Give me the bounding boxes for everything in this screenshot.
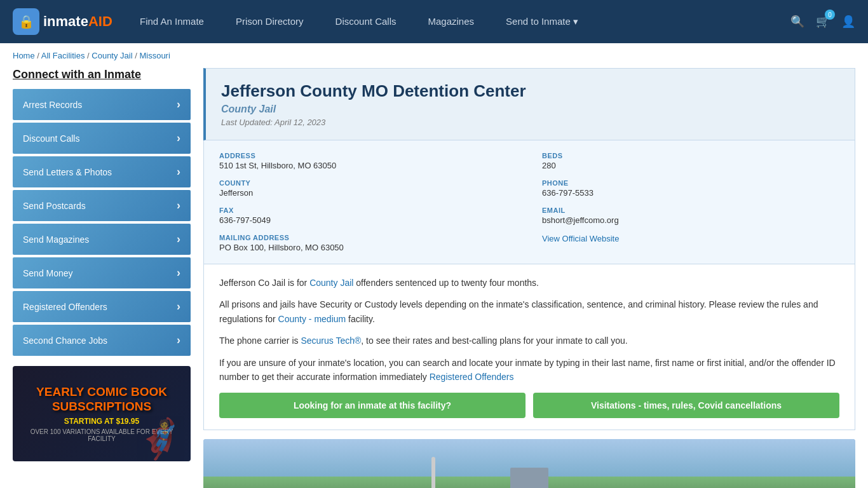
facility-updated: Last Updated: April 12, 2023 <box>221 118 839 127</box>
sidebar-item-send-postcards[interactable]: Send Postcards › <box>13 190 191 221</box>
desc-p3: The phone carrier is Securus Tech®, to s… <box>219 334 839 348</box>
cart-icon-wrapper[interactable]: 🛒 0 <box>816 15 830 29</box>
sidebar-item-registered-offenders[interactable]: Registered Offenders › <box>13 291 191 322</box>
facility-name: Jefferson County MO Detention Center <box>221 81 839 101</box>
mailing-block: MAILING ADDRESS PO Box 100, Hillsboro, M… <box>219 234 517 252</box>
desc-p4: If you are unsure of your inmate's locat… <box>219 356 839 384</box>
logo-icon: 🔒 <box>13 8 39 35</box>
visitations-button[interactable]: Visitations - times, rules, Covid cancel… <box>533 393 839 418</box>
sidebar-item-send-magazines[interactable]: Send Magazines › <box>13 224 191 255</box>
email-label: EMAIL <box>542 207 839 214</box>
breadcrumb: Home / All Facilities / County Jail / Mi… <box>0 43 868 68</box>
breadcrumb-all-facilities[interactable]: All Facilities <box>41 51 85 60</box>
email-block: EMAIL bshort@jeffcomo.org <box>542 207 839 225</box>
action-buttons: Looking for an inmate at this facility? … <box>219 393 839 418</box>
site-header: 🔒 inmateAID Find An Inmate Prison Direct… <box>0 0 868 43</box>
facility-photo <box>203 439 855 488</box>
fax-value: 636-797-5049 <box>219 215 517 225</box>
description: Jefferson Co Jail is for County Jail off… <box>203 264 855 430</box>
photo-monument <box>431 457 435 488</box>
sidebar-item-arrest-records[interactable]: Arrest Records › <box>13 89 191 120</box>
fax-block: FAX 636-797-5049 <box>219 207 517 225</box>
desc-p2: All prisons and jails have Security or C… <box>219 297 839 326</box>
header-icons: 🔍 🛒 0 👤 <box>790 15 855 29</box>
arrow-icon: › <box>177 132 180 145</box>
ad-title-line1: YEARLY COMIC BOOK <box>19 385 184 400</box>
arrow-icon: › <box>177 266 180 280</box>
address-label: ADDRESS <box>219 152 517 159</box>
arrow-icon: › <box>177 98 180 111</box>
desc-p1: Jefferson Co Jail is for County Jail off… <box>219 276 839 290</box>
nav-prison-directory[interactable]: Prison Directory <box>236 16 304 27</box>
cart-count: 0 <box>825 10 835 20</box>
detail-panel: Jefferson County MO Detention Center Cou… <box>203 68 855 488</box>
breadcrumb-county-jail[interactable]: County Jail <box>92 51 132 60</box>
website-block: View Official Website <box>542 234 839 252</box>
arrow-icon: › <box>177 199 180 212</box>
sidebar-item-discount-calls[interactable]: Discount Calls › <box>13 123 191 154</box>
address-block: ADDRESS 510 1st St, Hillsboro, MO 63050 <box>219 152 517 170</box>
nav-discount-calls[interactable]: Discount Calls <box>336 16 397 27</box>
nav-send-to-inmate[interactable]: Send to Inmate ▾ <box>506 16 578 27</box>
phone-label: PHONE <box>542 179 839 187</box>
county-medium-link[interactable]: County - medium <box>278 314 346 324</box>
ad-figure: 🦸 <box>137 416 184 461</box>
sep3: / <box>133 51 140 60</box>
county-value: Jefferson <box>219 188 517 198</box>
sidebar-item-send-letters[interactable]: Send Letters & Photos › <box>13 156 191 187</box>
info-grid: ADDRESS 510 1st St, Hillsboro, MO 63050 … <box>203 140 855 264</box>
sidebar-ad[interactable]: YEARLY COMIC BOOK SUBSCRIPTIONS STARTING… <box>13 366 191 461</box>
nav-magazines[interactable]: Magazines <box>428 16 474 27</box>
logo-text: inmateAID <box>43 13 112 30</box>
securus-link[interactable]: Securus Tech® <box>301 336 361 346</box>
search-icon[interactable]: 🔍 <box>790 15 804 29</box>
mailing-value: PO Box 100, Hillsboro, MO 63050 <box>219 243 517 252</box>
beds-value: 280 <box>542 161 839 170</box>
nav-find-inmate[interactable]: Find An Inmate <box>140 16 204 27</box>
county-jail-link[interactable]: County Jail <box>309 278 353 288</box>
sidebar-menu: Arrest Records › Discount Calls › Send L… <box>13 89 191 356</box>
facility-type: County Jail <box>221 104 839 115</box>
fax-label: FAX <box>219 207 517 214</box>
mailing-label: MAILING ADDRESS <box>219 234 517 241</box>
website-link[interactable]: View Official Website <box>542 234 619 243</box>
address-value: 510 1st St, Hillsboro, MO 63050 <box>219 161 517 170</box>
county-label: COUNTY <box>219 179 517 187</box>
main-content: Connect with an Inmate Arrest Records › … <box>0 68 868 488</box>
registered-offenders-link[interactable]: Registered Offenders <box>430 372 514 382</box>
sep2: / <box>85 51 92 60</box>
main-nav: Find An Inmate Prison Directory Discount… <box>140 16 765 27</box>
photo-building <box>510 468 548 488</box>
ad-title-line2: SUBSCRIPTIONS <box>19 400 184 414</box>
phone-block: PHONE 636-797-5533 <box>542 179 839 198</box>
breadcrumb-home[interactable]: Home <box>13 51 35 60</box>
find-inmate-button[interactable]: Looking for an inmate at this facility? <box>219 393 526 418</box>
arrow-icon: › <box>177 334 180 347</box>
breadcrumb-state[interactable]: Missouri <box>139 51 170 60</box>
sidebar-item-second-chance-jobs[interactable]: Second Chance Jobs › <box>13 325 191 356</box>
arrow-icon: › <box>177 233 180 246</box>
sidebar: Connect with an Inmate Arrest Records › … <box>13 68 191 488</box>
beds-label: BEDS <box>542 152 839 159</box>
sidebar-title: Connect with an Inmate <box>13 68 191 81</box>
user-icon[interactable]: 👤 <box>841 15 855 29</box>
arrow-icon: › <box>177 165 180 179</box>
sidebar-item-send-money[interactable]: Send Money › <box>13 257 191 288</box>
facility-header: Jefferson County MO Detention Center Cou… <box>203 68 855 140</box>
sep1: / <box>35 51 41 60</box>
county-block: COUNTY Jefferson <box>219 179 517 198</box>
beds-block: BEDS 280 <box>542 152 839 170</box>
phone-value: 636-797-5533 <box>542 188 839 198</box>
logo[interactable]: 🔒 inmateAID <box>13 8 114 35</box>
email-value: bshort@jeffcomo.org <box>542 215 839 225</box>
arrow-icon: › <box>177 300 180 313</box>
